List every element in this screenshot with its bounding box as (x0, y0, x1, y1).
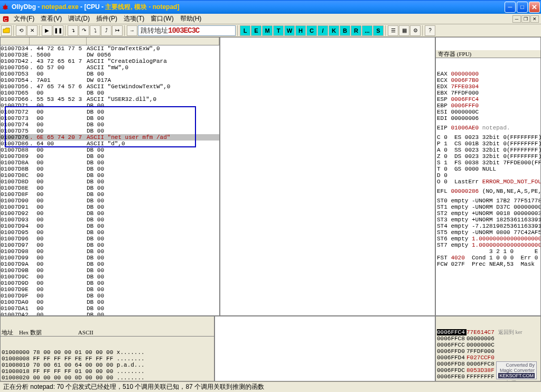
maximize-button[interactable]: □ (517, 2, 528, 13)
disasm-row[interactable]: 01007D93 00DB 00 (1, 217, 219, 223)
options-settings-button[interactable]: ⚙ (410, 25, 421, 36)
disasm-row[interactable]: 01007D65 00DB 00 (1, 90, 219, 96)
toolbar-t-button[interactable]: T (273, 25, 284, 36)
register-edi[interactable]: EDI 00000006 (437, 115, 539, 122)
mdi-close-button[interactable]: ✕ (530, 15, 539, 23)
menu-0[interactable]: 文件(F) (11, 13, 38, 24)
disasm-row[interactable]: 01007D54. 7A01DW 017A (1, 77, 219, 83)
open-button[interactable] (1, 25, 12, 36)
flag-line[interactable]: D 0 (437, 172, 539, 179)
register-ebx[interactable]: EBX 7FFDF000 (437, 90, 539, 96)
disasm-row[interactable]: 01007D98 00DB 00 (1, 248, 219, 255)
disasm-row[interactable]: 01007D8D 00DB 00 (1, 179, 219, 185)
disasm-row[interactable]: 01007D56. 47 65 74 57 6ASCII "GetWindowT… (1, 83, 219, 90)
register-esp[interactable]: ESP 0006FFC4 (437, 96, 539, 102)
menu-6[interactable]: 帮助(H) (177, 13, 205, 24)
toolbar-r-button[interactable]: R (351, 25, 361, 36)
toolbar-h-button[interactable]: H (295, 25, 306, 36)
flag-line[interactable]: A 0 SS 0023 32bit 0(FFFFFFFF) (437, 147, 539, 153)
disasm-row[interactable]: 01007D34. 44 72 61 77 5ASCII "DrawTextEx… (1, 45, 219, 52)
dump-row[interactable]: 01008028 95 01 00 00 2C 01 00 00 ....,..… (2, 381, 213, 381)
disasm-row[interactable]: 01007D73 00DB 00 (1, 115, 219, 122)
close-debug-button[interactable]: ✕ (27, 25, 38, 36)
options-list-button[interactable]: ☰ (388, 25, 398, 36)
restart-button[interactable]: ⟲ (16, 25, 26, 36)
fpu-line[interactable]: ST0 empty -UNORM 17B2 77F51778 7 (437, 198, 539, 204)
disasm-row[interactable]: 01007D9A 00DB 00 (1, 261, 219, 267)
disasm-row[interactable]: 01007D8F 00DB 00 (1, 191, 219, 198)
disasm-row[interactable]: 01007D8A 00DB 00 (1, 160, 219, 166)
disasm-row[interactable]: 01007D76. 6E 65 74 20 7ASCII "net user m… (1, 134, 219, 141)
step-over-button[interactable]: ↷ (79, 25, 89, 36)
info-pane[interactable] (220, 37, 435, 316)
fst-line[interactable]: FCW 027F Prec NEAR,53 Mask (437, 261, 539, 267)
efl-line[interactable]: EFL 00000286 (NO,NB,NE,A,S,PE,L,L (437, 188, 539, 194)
dump-row[interactable]: 01008010 70 00 61 00 64 00 00 00 p.a.d..… (2, 362, 213, 368)
stack-row[interactable]: 0006FFC477E614C7返回到 ker (437, 329, 539, 335)
registers-pane[interactable]: 寄存器 (FPU) EAX 00000000ECX 0006F7B0EDX 7F… (435, 37, 541, 316)
disasm-row[interactable]: 01007D42. 43 72 65 61 7ASCII "CreateDial… (1, 58, 219, 64)
disasm-row[interactable]: 01007D8B 00DB 00 (1, 166, 219, 172)
mdi-restore-button[interactable]: ❐ (521, 15, 530, 23)
dump-row[interactable]: 01008000 78 00 00 00 01 00 00 00 x......… (2, 349, 213, 356)
trace-over-button[interactable]: ⤴ (101, 25, 111, 36)
flag-line[interactable]: O 0 LastErr ERROR_MOD_NOT_FOUND (437, 179, 539, 185)
flag-line[interactable]: P 1 CS 001B 32bit 0(FFFFFFFF) (437, 141, 539, 147)
disasm-row[interactable]: 01007D3E. 5600DW 0056 (1, 52, 219, 58)
stack-row[interactable]: 0006FFC800000006 (437, 335, 539, 342)
fpu-line[interactable]: ST5 empty -UNORM 0800 77C42AF5 77 (437, 229, 539, 236)
menu-4[interactable]: 选项(T) (120, 13, 147, 24)
options-grid-button[interactable]: ▦ (399, 25, 409, 36)
dump-row[interactable]: 01008008 FF FF FF FF FE FF FF FF .......… (2, 356, 213, 362)
register-eax[interactable]: EAX 00000000 (437, 71, 539, 77)
menu-1[interactable]: 查看(V) (38, 13, 65, 24)
toolbar-...-button[interactable]: ... (362, 25, 372, 36)
disasm-row[interactable]: 01007D88 00DB 00 (1, 147, 219, 153)
fpu-line[interactable]: ST3 empty +UNORM 182536116339180e (437, 217, 539, 223)
fpu-line[interactable]: ST2 empty +UNORM 0018 00000003 73 (437, 210, 539, 217)
disasm-row[interactable]: 01007D75 00DB 00 (1, 128, 219, 134)
disasm-row[interactable]: 01007D86. 64 00ASCII "d",0 (1, 141, 219, 147)
help-button[interactable]: ? (425, 25, 435, 36)
disasm-row[interactable]: 01007D95 00DB 00 (1, 229, 219, 236)
disasm-row[interactable]: 01007D90 00DB 00 (1, 198, 219, 204)
disasm-row[interactable]: 01007DA2 00DB 00 (1, 312, 219, 316)
fst-line[interactable]: FST 4020 Cond 1 0 0 0 Err 0 0 (437, 255, 539, 261)
stack-row[interactable]: 0006FFCC0000000C (437, 342, 539, 348)
stack-row[interactable]: 0006FFD4F027CCF0 (437, 354, 539, 361)
address-input[interactable]: 跳转地址1003EC3C (138, 25, 236, 36)
toolbar-m-button[interactable]: M (262, 25, 273, 36)
mdi-minimize-button[interactable]: ─ (512, 15, 521, 23)
disasm-row[interactable]: 01007D74 00DB 00 (1, 122, 219, 128)
register-edx[interactable]: EDX 7FFE0304 (437, 83, 539, 90)
toolbar-/-button[interactable]: / (318, 25, 328, 36)
disasm-row[interactable]: 01007D97 00DB 00 (1, 242, 219, 248)
disasm-row[interactable]: 01007D9F 00DB 00 (1, 293, 219, 299)
fpu-line[interactable]: ST4 empty -7.128198253611633918e (437, 223, 539, 229)
disasm-row[interactable]: 01007D96 00DB 00 (1, 236, 219, 242)
disassembly-pane[interactable]: 01007D34. 44 72 61 77 5ASCII "DrawTextEx… (0, 37, 220, 316)
register-ecx[interactable]: ECX 0006F7B0 (437, 77, 539, 83)
disasm-row[interactable]: 01007D8C 00DB 00 (1, 172, 219, 179)
disasm-row[interactable]: 01007D94 00DB 00 (1, 223, 219, 229)
disasm-row[interactable]: 01007D9E 00DB 00 (1, 286, 219, 293)
execute-till-return-button[interactable]: ↦ (112, 25, 123, 36)
disasm-row[interactable]: 01007DA0 00DB 00 (1, 299, 219, 305)
register-eip[interactable]: EIP 01006AE0 notepad. (437, 125, 539, 131)
fpu-line[interactable]: ST1 empty -UNORM D37C 00000000 00 (437, 204, 539, 210)
stack-row[interactable]: 0006FFD07FFDF000 (437, 348, 539, 354)
flag-line[interactable]: T 0 GS 0000 NULL (437, 166, 539, 172)
register-esi[interactable]: ESI 0000000C (437, 109, 539, 115)
dump-row[interactable]: 01008018 FF FF FF FF 01 00 00 00 .......… (2, 368, 213, 375)
flag-line[interactable]: Z 0 DS 0023 32bit 0(FFFFFFFF) (437, 153, 539, 160)
toolbar-l-button[interactable]: L (240, 25, 250, 36)
disasm-row[interactable]: 01007D53 00DB 00 (1, 71, 219, 77)
menu-3[interactable]: 插件(P) (93, 13, 120, 24)
disasm-row[interactable]: 01007D71 00DB 00 (1, 102, 219, 109)
toolbar-k-button[interactable]: K (329, 25, 339, 36)
disasm-row[interactable]: 01007D9D 00DB 00 (1, 280, 219, 286)
menu-5[interactable]: 窗口(W) (147, 13, 176, 24)
fpu-line[interactable]: ST6 empty 1.0000000000000000000 (437, 236, 539, 242)
disasm-row[interactable]: 01007D99 00DB 00 (1, 255, 219, 261)
toolbar-b-button[interactable]: B (340, 25, 350, 36)
